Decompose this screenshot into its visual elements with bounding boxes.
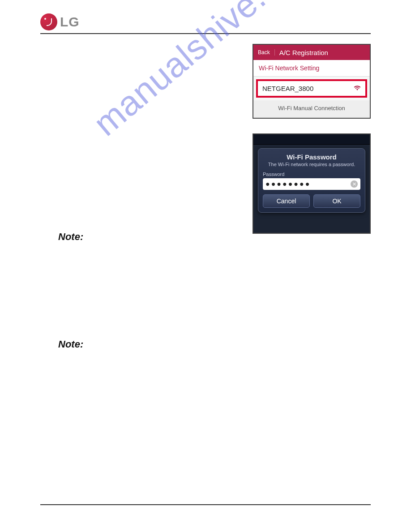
- dimmed-background-row: [253, 134, 370, 145]
- wifi-network-row[interactable]: NETGEAR_3800: [256, 79, 367, 98]
- wifi-network-setting-heading: Wi-Fi Network Setting: [253, 60, 370, 77]
- clear-input-icon[interactable]: ✕: [351, 180, 358, 188]
- note-label-1: Note:: [58, 231, 83, 243]
- page-content: Back A/C Registration Wi-Fi Network Sett…: [40, 34, 371, 43]
- wifi-manual-connection-button[interactable]: Wi-Fi Manual Connetction: [253, 100, 370, 118]
- lg-logo: LG: [40, 13, 80, 30]
- password-mask: ●●●●●●●●: [265, 180, 311, 188]
- screenshot-wifi-password: Wi-Fi Password The Wi-Fi network require…: [253, 133, 371, 234]
- lg-face-icon: [40, 13, 57, 30]
- wifi-signal-icon: [354, 85, 361, 92]
- wifi-password-dialog: Wi-Fi Password The Wi-Fi network require…: [258, 148, 365, 213]
- screen-title: A/C Registration: [275, 49, 328, 56]
- screenshot-ac-registration: Back A/C Registration Wi-Fi Network Sett…: [253, 44, 371, 119]
- back-button[interactable]: Back: [253, 49, 275, 56]
- ok-button[interactable]: OK: [313, 194, 360, 208]
- dialog-title: Wi-Fi Password: [263, 153, 360, 161]
- footer-divider: [40, 504, 371, 505]
- note-label-2: Note:: [58, 339, 83, 350]
- dialog-buttons: Cancel OK: [263, 194, 360, 208]
- wifi-network-name: NETGEAR_3800: [262, 85, 313, 92]
- password-label: Password: [263, 172, 360, 177]
- page-header: LG: [40, 13, 371, 34]
- app-title-bar: Back A/C Registration: [253, 45, 370, 60]
- cancel-button[interactable]: Cancel: [263, 194, 310, 208]
- dialog-subtitle: The Wi-Fi network requires a password.: [263, 162, 360, 167]
- lg-wordmark: LG: [60, 14, 80, 30]
- password-input[interactable]: ●●●●●●●● ✕: [263, 178, 360, 190]
